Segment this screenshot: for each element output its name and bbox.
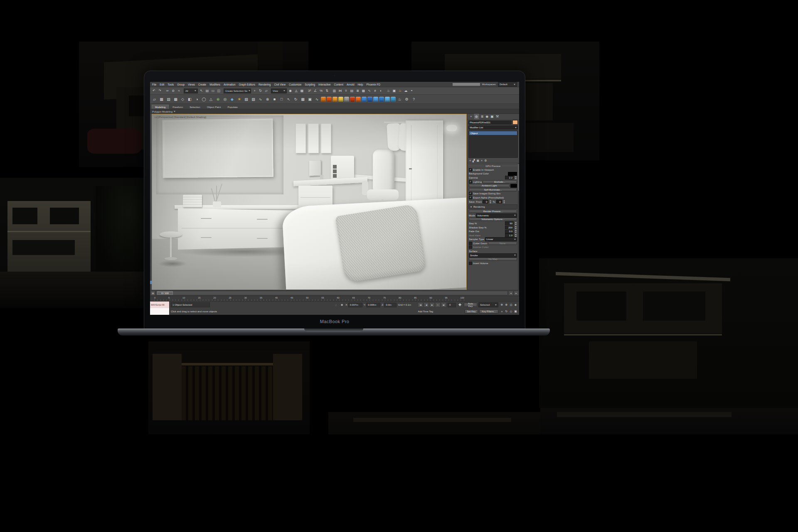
next-frame-icon[interactable]: ▷: [435, 302, 441, 307]
z-coordinate[interactable]: Z: 0.0m: [382, 303, 397, 307]
perspective-viewport[interactable]: [+] [Perspective] [Standard] [Default Sh…: [152, 114, 467, 290]
toggle-layer-explorer-icon[interactable]: ≣: [355, 88, 360, 93]
fade-out-spinner[interactable]: [515, 230, 517, 233]
phoenix-burn-preset-icon[interactable]: [332, 97, 337, 102]
gamma-spinner[interactable]: [515, 176, 517, 179]
timeline-tick-90[interactable]: 90: [429, 297, 432, 299]
motion-tab-icon[interactable]: ◉: [485, 114, 488, 119]
percent-snap-toggle-icon[interactable]: %: [318, 88, 324, 93]
phoenix-settings-icon[interactable]: ⚙: [404, 96, 410, 102]
step-spinner[interactable]: [515, 222, 517, 225]
menu-graph-editors[interactable]: Graph Editors: [239, 83, 255, 86]
toolbar-icon-fill[interactable]: ▨: [243, 96, 249, 102]
ribbon-tab-modeling[interactable]: Modeling: [152, 105, 169, 109]
toggle-ribbon-icon[interactable]: ▦: [361, 88, 366, 93]
y-coordinate[interactable]: Y: 0.006m: [364, 303, 380, 307]
window-crossing-toggle-icon[interactable]: ◫: [216, 88, 222, 93]
timeline-tick-85[interactable]: 85: [414, 297, 416, 299]
play-animation-icon[interactable]: ▶: [429, 302, 435, 307]
x-value-field[interactable]: 0.007m: [348, 303, 362, 307]
phoenix-liquid-preset-icon[interactable]: [362, 97, 367, 102]
menu-content[interactable]: Content: [334, 83, 343, 86]
toolbar-icon-mesh[interactable]: ▣: [307, 96, 313, 102]
menu-civil-view[interactable]: Civil View: [274, 83, 286, 86]
toolbar-icon-shape[interactable]: ◇: [180, 96, 186, 102]
named-selection-sets-dropdown[interactable]: Create Selection Se: [224, 88, 251, 93]
menu-group[interactable]: Group: [177, 83, 185, 86]
tv-object[interactable]: [162, 119, 273, 178]
object-name-field[interactable]: PhoenixFDFire001: [468, 120, 512, 125]
walk-through-icon[interactable]: ◇: [509, 309, 513, 314]
toolbar-icon-rotate[interactable]: ↻: [293, 96, 299, 102]
ribbon-tab-selection[interactable]: Selection: [187, 105, 203, 109]
modifier-stack-item-object[interactable]: Object: [469, 131, 517, 135]
redo-icon[interactable]: ↷: [157, 88, 163, 93]
toolbar-icon-half[interactable]: ◧: [187, 96, 193, 102]
auto-key-button[interactable]: Auto Key: [464, 303, 477, 307]
maxscript-pink-line[interactable]: MAXScript Mi: [150, 302, 169, 308]
shadow-step-field[interactable]: 200: [505, 226, 514, 229]
menu-arnold[interactable]: Arnold: [347, 83, 354, 86]
time-slider-track[interactable]: 0 / 100: [156, 291, 508, 295]
timeline-tick-100[interactable]: 100: [461, 297, 464, 299]
render-in-cloud-icon[interactable]: ☁: [403, 88, 409, 93]
smoke-dropdown[interactable]: Smoke: [469, 253, 517, 257]
no-map-button[interactable]: No Map: [469, 257, 517, 261]
timeline-tick-35[interactable]: 35: [260, 297, 262, 299]
make-unique-icon[interactable]: ▣: [476, 159, 479, 162]
add-time-tag[interactable]: Add Time Tag: [418, 310, 433, 313]
mirror-icon[interactable]: ⋈: [337, 88, 343, 93]
invert-volume-checkbox[interactable]: [469, 262, 472, 265]
rendered-frame-window-icon[interactable]: ▣: [392, 88, 397, 93]
zoom-icon[interactable]: ⊕: [500, 303, 504, 307]
timeline-tick-25[interactable]: 25: [229, 297, 231, 299]
x-coordinate[interactable]: X: 0.007m: [345, 303, 362, 307]
toolbar-icon-panel[interactable]: ▤: [165, 96, 172, 102]
phoenix-fountain-preset-icon[interactable]: [385, 97, 390, 102]
toolbar-icon-wave[interactable]: ∿: [257, 96, 264, 102]
open-autodesk-app-icon[interactable]: ◓: [409, 88, 414, 93]
gamma-field[interactable]: 2.2: [505, 176, 514, 179]
phoenix-splash-preset-icon[interactable]: [379, 97, 384, 102]
menu-rendering[interactable]: Rendering: [259, 83, 271, 86]
export-alpha-checkbox[interactable]: ✓: [469, 196, 472, 199]
show-end-result-icon[interactable]: ▞: [473, 159, 475, 162]
lighting-checkbox[interactable]: ✓: [469, 180, 472, 184]
timeline-tick-50[interactable]: 50: [306, 297, 308, 299]
hierarchy-tab-icon[interactable]: ≣: [481, 114, 484, 119]
toolbar-icon-frame[interactable]: □: [278, 96, 285, 102]
save-from-field[interactable]: 0: [483, 200, 488, 203]
y-value-field[interactable]: 0.006m: [366, 303, 380, 307]
timeline-tick-55[interactable]: 55: [321, 297, 324, 299]
go-to-end-icon[interactable]: ▶|: [441, 302, 446, 307]
render-setup-icon[interactable]: ♨: [386, 88, 391, 93]
sampler-type-dropdown[interactable]: Linear: [485, 237, 517, 241]
select-object-icon[interactable]: ↖: [199, 88, 204, 93]
phoenix-teapot-icon[interactable]: ♨: [397, 96, 403, 102]
menu-views[interactable]: Views: [188, 83, 195, 86]
modifier-stack[interactable]: Object: [468, 130, 518, 158]
cutter-geom-button[interactable]: None: [488, 242, 517, 245]
fade-out-field[interactable]: 0.0: [505, 230, 514, 233]
toolbar-icon-array[interactable]: ▩: [172, 96, 179, 102]
configure-modifier-sets-icon[interactable]: ⚙: [484, 159, 487, 162]
object-color-swatch[interactable]: [512, 120, 518, 125]
previous-frame-arrow-icon[interactable]: ◂: [508, 291, 513, 296]
pan-view-icon[interactable]: +: [500, 309, 504, 314]
spinner-snap-toggle-icon[interactable]: ⇅: [324, 88, 330, 93]
phoenix-waterfall-preset-icon[interactable]: [373, 97, 378, 102]
timeline-tick-80[interactable]: 80: [399, 297, 401, 299]
step-field[interactable]: 90: [505, 221, 514, 225]
rectangular-selection-region-icon[interactable]: ▭: [210, 88, 216, 93]
align-icon[interactable]: ≡: [343, 88, 349, 93]
use-pivot-point-icon[interactable]: ◉: [288, 88, 293, 93]
phoenix-fire-preset-icon[interactable]: [321, 97, 326, 102]
go-to-start-icon[interactable]: |◀: [418, 302, 423, 307]
enable-in-viewport-checkbox[interactable]: ✓: [469, 168, 472, 172]
render-presets-button[interactable]: Render Presets...: [469, 210, 517, 213]
toolbar-icon-bind[interactable]: ⊗: [264, 96, 271, 102]
set-key-button[interactable]: Set Key: [465, 309, 478, 314]
angle-snap-toggle-icon[interactable]: ∠: [313, 88, 318, 93]
isolate-selection-toggle-icon[interactable]: ◌: [334, 303, 338, 307]
cutter-geom-checkbox[interactable]: [469, 242, 472, 245]
